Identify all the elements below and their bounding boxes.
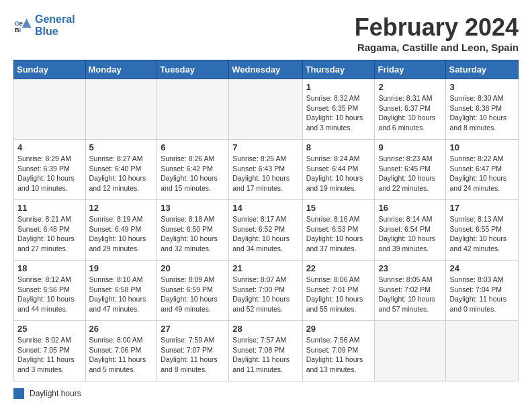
calendar-cell (446, 321, 519, 381)
day-info: Sunrise: 8:21 AMSunset: 6:48 PMDaylight:… (17, 214, 82, 254)
calendar-week-row: 11Sunrise: 8:21 AMSunset: 6:48 PMDayligh… (14, 200, 519, 261)
calendar-week-row: 4Sunrise: 8:29 AMSunset: 6:39 PMDaylight… (14, 140, 519, 200)
day-info: Sunrise: 8:16 AMSunset: 6:53 PMDaylight:… (306, 214, 371, 254)
calendar-week-row: 25Sunrise: 8:02 AMSunset: 7:05 PMDayligh… (14, 321, 519, 381)
day-info: Sunrise: 8:17 AMSunset: 6:52 PMDaylight:… (232, 214, 298, 254)
day-of-week-header: Monday (85, 60, 157, 79)
day-number: 7 (232, 142, 298, 152)
day-number: 16 (378, 203, 442, 213)
calendar-cell: 28Sunrise: 7:57 AMSunset: 7:08 PMDayligh… (229, 321, 302, 381)
calendar-cell: 19Sunrise: 8:10 AMSunset: 6:58 PMDayligh… (85, 261, 157, 321)
day-info: Sunrise: 8:30 AMSunset: 6:38 PMDaylight:… (449, 93, 515, 133)
day-number: 9 (378, 142, 442, 152)
title-section: February 2024 Ragama, Castille and Leon,… (355, 13, 519, 53)
day-number: 20 (161, 263, 225, 273)
day-number: 18 (17, 263, 82, 273)
day-number: 24 (449, 263, 515, 273)
day-info: Sunrise: 8:26 AMSunset: 6:42 PMDaylight:… (161, 154, 225, 193)
calendar-week-row: 1Sunrise: 8:32 AMSunset: 6:35 PMDaylight… (14, 79, 519, 140)
month-title: February 2024 (355, 13, 519, 42)
day-number: 2 (378, 82, 442, 92)
day-info: Sunrise: 7:57 AMSunset: 7:08 PMDaylight:… (232, 335, 298, 375)
day-info: Sunrise: 8:06 AMSunset: 7:01 PMDaylight:… (306, 275, 371, 314)
day-number: 6 (161, 142, 225, 152)
calendar-cell: 12Sunrise: 8:19 AMSunset: 6:49 PMDayligh… (85, 200, 157, 261)
day-info: Sunrise: 8:32 AMSunset: 6:35 PMDaylight:… (306, 93, 371, 133)
day-info: Sunrise: 8:24 AMSunset: 6:44 PMDaylight:… (306, 154, 371, 193)
calendar-cell (375, 321, 446, 381)
day-number: 8 (306, 142, 371, 152)
day-number: 11 (17, 203, 82, 213)
day-info: Sunrise: 8:18 AMSunset: 6:50 PMDaylight:… (161, 214, 225, 254)
calendar-cell: 23Sunrise: 8:05 AMSunset: 7:02 PMDayligh… (375, 261, 446, 321)
calendar-cell: 26Sunrise: 8:00 AMSunset: 7:06 PMDayligh… (85, 321, 157, 381)
calendar-table: SundayMondayTuesdayWednesdayThursdayFrid… (13, 60, 519, 381)
day-info: Sunrise: 8:31 AMSunset: 6:37 PMDaylight:… (378, 93, 442, 133)
day-number: 21 (232, 263, 298, 273)
day-info: Sunrise: 8:22 AMSunset: 6:47 PMDaylight:… (449, 154, 515, 193)
day-number: 4 (17, 142, 82, 152)
svg-text:B: B (14, 26, 19, 33)
day-info: Sunrise: 8:12 AMSunset: 6:56 PMDaylight:… (17, 275, 82, 314)
legend-color-box (13, 388, 24, 399)
day-info: Sunrise: 7:56 AMSunset: 7:09 PMDaylight:… (306, 335, 371, 375)
calendar-cell (14, 79, 86, 140)
days-header-row: SundayMondayTuesdayWednesdayThursdayFrid… (14, 60, 519, 79)
calendar-cell: 3Sunrise: 8:30 AMSunset: 6:38 PMDaylight… (446, 79, 519, 140)
header: G e B l General Blue February 2024 Ragam… (13, 13, 519, 53)
day-info: Sunrise: 8:19 AMSunset: 6:49 PMDaylight:… (89, 214, 154, 254)
location-title: Ragama, Castille and Leon, Spain (355, 42, 519, 53)
day-info: Sunrise: 8:29 AMSunset: 6:39 PMDaylight:… (17, 154, 82, 193)
day-number: 23 (378, 263, 442, 273)
day-info: Sunrise: 8:14 AMSunset: 6:54 PMDaylight:… (378, 214, 442, 254)
svg-text:l: l (19, 26, 21, 33)
calendar-cell: 13Sunrise: 8:18 AMSunset: 6:50 PMDayligh… (157, 200, 229, 261)
calendar-cell: 11Sunrise: 8:21 AMSunset: 6:48 PMDayligh… (14, 200, 86, 261)
calendar-cell: 16Sunrise: 8:14 AMSunset: 6:54 PMDayligh… (375, 200, 446, 261)
day-number: 3 (449, 82, 515, 92)
day-info: Sunrise: 8:13 AMSunset: 6:55 PMDaylight:… (449, 214, 515, 254)
day-number: 25 (17, 324, 82, 334)
calendar-cell: 9Sunrise: 8:23 AMSunset: 6:45 PMDaylight… (375, 140, 446, 200)
day-info: Sunrise: 8:27 AMSunset: 6:40 PMDaylight:… (89, 154, 154, 193)
calendar-cell: 24Sunrise: 8:03 AMSunset: 7:04 PMDayligh… (446, 261, 519, 321)
day-of-week-header: Tuesday (157, 60, 229, 79)
legend-label: Daylight hours (30, 389, 81, 398)
calendar-cell: 7Sunrise: 8:25 AMSunset: 6:43 PMDaylight… (229, 140, 302, 200)
day-number: 29 (306, 324, 371, 334)
day-of-week-header: Sunday (14, 60, 86, 79)
day-number: 28 (232, 324, 298, 334)
calendar-cell: 5Sunrise: 8:27 AMSunset: 6:40 PMDaylight… (85, 140, 157, 200)
calendar-week-row: 18Sunrise: 8:12 AMSunset: 6:56 PMDayligh… (14, 261, 519, 321)
day-info: Sunrise: 8:10 AMSunset: 6:58 PMDaylight:… (89, 275, 154, 314)
legend: Daylight hours (13, 388, 519, 399)
day-number: 27 (161, 324, 225, 334)
day-info: Sunrise: 8:25 AMSunset: 6:43 PMDaylight:… (232, 154, 298, 193)
calendar-cell (157, 79, 229, 140)
day-info: Sunrise: 8:03 AMSunset: 7:04 PMDaylight:… (449, 275, 515, 314)
day-number: 26 (89, 324, 154, 334)
calendar-cell: 25Sunrise: 8:02 AMSunset: 7:05 PMDayligh… (14, 321, 86, 381)
calendar-cell: 27Sunrise: 7:59 AMSunset: 7:07 PMDayligh… (157, 321, 229, 381)
calendar-cell: 4Sunrise: 8:29 AMSunset: 6:39 PMDaylight… (14, 140, 86, 200)
calendar-cell: 15Sunrise: 8:16 AMSunset: 6:53 PMDayligh… (302, 200, 375, 261)
logo-icon: G e B l (13, 16, 32, 35)
day-number: 22 (306, 263, 371, 273)
calendar-cell: 20Sunrise: 8:09 AMSunset: 6:59 PMDayligh… (157, 261, 229, 321)
day-number: 1 (306, 82, 371, 92)
day-number: 15 (306, 203, 371, 213)
calendar-cell: 18Sunrise: 8:12 AMSunset: 6:56 PMDayligh… (14, 261, 86, 321)
day-number: 17 (449, 203, 515, 213)
day-info: Sunrise: 8:07 AMSunset: 7:00 PMDaylight:… (232, 275, 298, 314)
day-number: 14 (232, 203, 298, 213)
logo-line1: General (35, 13, 75, 26)
calendar-cell: 6Sunrise: 8:26 AMSunset: 6:42 PMDaylight… (157, 140, 229, 200)
day-info: Sunrise: 8:02 AMSunset: 7:05 PMDaylight:… (17, 335, 82, 375)
day-of-week-header: Friday (375, 60, 446, 79)
calendar-cell: 1Sunrise: 8:32 AMSunset: 6:35 PMDaylight… (302, 79, 375, 140)
day-of-week-header: Saturday (446, 60, 519, 79)
day-info: Sunrise: 8:23 AMSunset: 6:45 PMDaylight:… (378, 154, 442, 193)
day-of-week-header: Thursday (302, 60, 375, 79)
calendar-cell (229, 79, 302, 140)
day-info: Sunrise: 8:00 AMSunset: 7:06 PMDaylight:… (89, 335, 154, 375)
